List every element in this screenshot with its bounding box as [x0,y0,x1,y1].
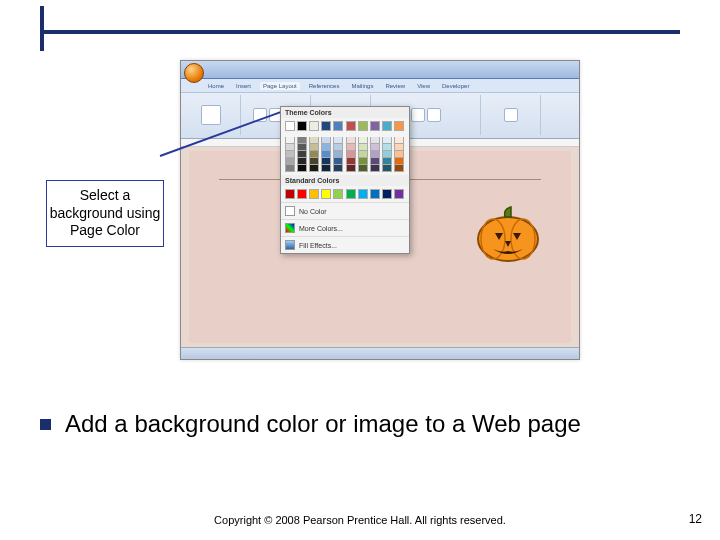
color-swatch[interactable] [309,121,319,131]
color-swatch[interactable] [333,144,343,151]
ribbon-tabs: Home Insert Page Layout References Maili… [181,79,579,93]
color-swatch[interactable] [370,151,380,158]
color-swatch[interactable] [309,144,319,151]
color-swatch[interactable] [358,158,368,165]
color-swatch[interactable] [309,137,319,144]
no-color-item[interactable]: No Color [281,202,409,219]
fill-effects-item[interactable]: Fill Effects... [281,236,409,253]
slide-bullet: Add a background color or image to a Web… [40,410,680,439]
color-swatch[interactable] [333,151,343,158]
color-swatch[interactable] [321,121,331,131]
color-swatch[interactable] [370,121,380,131]
color-swatch[interactable] [370,158,380,165]
color-swatch[interactable] [382,137,392,144]
color-swatch[interactable] [370,144,380,151]
color-swatch[interactable] [333,121,343,131]
color-swatch[interactable] [346,165,356,172]
no-color-label: No Color [299,208,327,215]
color-swatch[interactable] [394,165,404,172]
color-swatch[interactable] [394,158,404,165]
color-swatch[interactable] [382,189,392,199]
word-titlebar [181,61,579,79]
color-swatch[interactable] [358,151,368,158]
color-swatch[interactable] [285,121,295,131]
color-swatch[interactable] [382,158,392,165]
color-swatch[interactable] [382,151,392,158]
color-swatch[interactable] [333,165,343,172]
color-swatch[interactable] [321,158,331,165]
color-swatch[interactable] [309,165,319,172]
color-swatch[interactable] [333,189,343,199]
color-swatch[interactable] [394,151,404,158]
color-swatch[interactable] [309,151,319,158]
color-swatch[interactable] [358,137,368,144]
color-swatch[interactable] [285,151,295,158]
color-swatch[interactable] [321,189,331,199]
tab-insert[interactable]: Insert [233,82,254,90]
color-swatch[interactable] [309,189,319,199]
color-swatch[interactable] [394,121,404,131]
color-swatch[interactable] [297,158,307,165]
color-swatch[interactable] [370,165,380,172]
color-swatch[interactable] [382,121,392,131]
tab-home[interactable]: Home [205,82,227,90]
more-colors-item[interactable]: More Colors... [281,219,409,236]
office-button[interactable] [184,63,204,83]
color-picker-standard-header: Standard Colors [281,175,409,186]
color-swatch[interactable] [285,144,295,151]
color-swatch[interactable] [382,165,392,172]
color-swatch[interactable] [297,121,307,131]
color-swatch[interactable] [321,137,331,144]
color-swatch[interactable] [309,158,319,165]
color-swatch[interactable] [333,158,343,165]
tab-view[interactable]: View [414,82,433,90]
page-color-dropdown: Theme Colors Standard Colors No Color Mo… [280,106,410,254]
color-swatch[interactable] [346,189,356,199]
color-swatch[interactable] [297,137,307,144]
tab-page-layout[interactable]: Page Layout [260,82,300,90]
standard-color-row [281,186,409,202]
indent-button[interactable] [411,108,425,122]
color-swatch[interactable] [358,165,368,172]
color-swatch[interactable] [297,165,307,172]
color-swatch[interactable] [382,144,392,151]
color-swatch[interactable] [394,144,404,151]
color-swatch[interactable] [394,137,404,144]
more-colors-icon [285,223,295,233]
color-swatch[interactable] [297,151,307,158]
spacing-button[interactable] [427,108,441,122]
position-button[interactable] [504,108,518,122]
ribbon-group-arrange [481,95,541,135]
callout-box: Select a background using Page Color [46,180,164,247]
color-swatch[interactable] [358,189,368,199]
color-swatch[interactable] [370,189,380,199]
color-swatch[interactable] [346,144,356,151]
callout-text: Select a background using Page Color [50,187,161,238]
color-swatch[interactable] [285,165,295,172]
color-swatch[interactable] [346,158,356,165]
color-swatch[interactable] [358,144,368,151]
color-swatch[interactable] [297,189,307,199]
theme-color-tints [281,134,409,175]
color-swatch[interactable] [346,121,356,131]
color-swatch[interactable] [346,151,356,158]
tab-mailings[interactable]: Mailings [348,82,376,90]
color-swatch[interactable] [358,121,368,131]
color-swatch[interactable] [370,137,380,144]
word-statusbar [181,347,579,359]
color-swatch[interactable] [333,137,343,144]
color-swatch[interactable] [285,137,295,144]
tab-review[interactable]: Review [382,82,408,90]
tab-developer[interactable]: Developer [439,82,472,90]
color-swatch[interactable] [346,137,356,144]
color-swatch[interactable] [321,144,331,151]
color-swatch[interactable] [285,189,295,199]
themes-button[interactable] [201,105,221,125]
color-swatch[interactable] [321,165,331,172]
color-swatch[interactable] [285,158,295,165]
tab-references[interactable]: References [306,82,343,90]
color-swatch[interactable] [321,151,331,158]
color-swatch[interactable] [297,144,307,151]
color-swatch[interactable] [394,189,404,199]
theme-color-row [281,118,409,134]
